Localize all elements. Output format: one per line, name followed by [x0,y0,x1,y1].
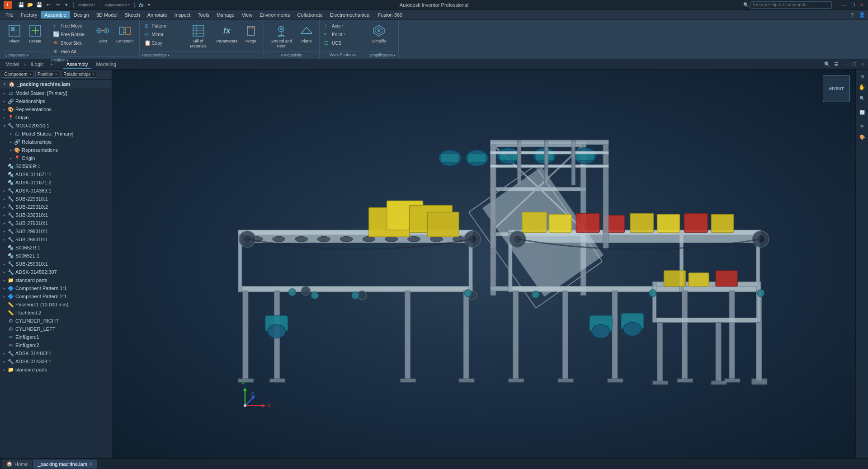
ucs-btn[interactable]: ⊡ UCS [322,39,363,47]
appearance-dropdown[interactable]: Appearance ▾ [103,1,132,9]
appearance-view-btn[interactable]: 🎨 [857,132,867,142]
tree-item[interactable]: 📏 Passend:1 (10.000 mm) [0,300,112,309]
bom-btn[interactable]: Bill of Materials [184,22,213,51]
mirror-btn[interactable]: ⇔ Mirror [142,30,183,38]
tree-toggle[interactable]: ▸ [2,212,7,218]
tree-toggle[interactable]: ▸ [2,359,7,364]
zoom-btn[interactable]: 🔍 [857,93,867,103]
tree-item[interactable]: ▸ 🗂 Model States: [Primary] [0,130,112,138]
tree-toggle[interactable]: ▸ [2,115,7,120]
tree-toggle[interactable]: ▸ [2,90,7,96]
tree-item[interactable]: 🔩 S00652R:1 [0,244,112,252]
model-tab[interactable]: Model [2,61,23,69]
home-tab[interactable]: 🏠 Home [2,460,32,469]
open-btn[interactable]: 📂 [26,1,34,9]
purge-btn[interactable]: Purge [241,22,261,51]
joint-btn[interactable]: Joint [93,22,113,51]
tree-item[interactable]: ▸ 🎨 Representations [0,105,112,113]
tree-item[interactable]: ▸ 🔧 ADSK-014389:1 [0,187,112,195]
modeling-subtab[interactable]: Modeling [92,61,120,69]
tree-toggle[interactable] [2,253,7,258]
tree-toggle[interactable]: ▸ [2,237,7,242]
simplification-dropdown[interactable]: Simplification [369,52,396,57]
tree-item[interactable]: ▸ 🔧 SUB-259310:1 [0,260,112,268]
account-btn[interactable]: 👤 [858,11,866,19]
tree-toggle[interactable]: ▸ [2,269,7,275]
point-btn[interactable]: • Point ▾ [322,30,363,38]
tree-toggle[interactable] [2,180,7,185]
tree-item[interactable]: ▸ 📍 Origin [0,113,112,122]
tree-item[interactable]: ▸ 🎨 Representations [0,146,112,154]
tree-toggle[interactable]: ▸ [8,147,14,153]
tree-item[interactable]: ▸ 🔧 SUB-279310:1 [0,219,112,227]
show-sick-btn[interactable]: 👁 Show Sick [51,39,92,47]
tree-item[interactable]: ▸ 🔧 ADSK-014502:307 [0,268,112,276]
sidebar-search-btn[interactable]: 🔍 [823,61,831,69]
tree-toggle[interactable] [2,172,7,177]
sidebar-collapse-btn[interactable]: — [841,62,849,67]
tree-toggle[interactable] [2,302,7,307]
tree-item[interactable]: ▸ 🔷 Component Pattern 2:1 [0,292,112,300]
tree-item[interactable]: ▸ 🔧 SUB-239310:1 [0,211,112,219]
menu-manage[interactable]: Manage [213,11,238,19]
menu-3dmodel[interactable]: 3D Model [93,11,121,19]
menu-factory[interactable]: Factory [17,11,41,19]
parameters-btn[interactable]: fx Parameters [214,22,241,51]
tree-toggle[interactable]: ▸ [2,294,7,299]
zoom-fit-btn[interactable]: ⊞ [857,71,867,81]
tree-item[interactable]: ▸ 🔗 Relationships [0,97,112,105]
menu-collaborate[interactable]: Collaborate [294,11,326,19]
tree-toggle[interactable]: ▸ [2,98,7,104]
document-tab[interactable]: _packing machine.iam ✕ [33,460,97,469]
qa-extra[interactable]: ▾ [62,1,71,9]
tree-item[interactable]: ▸ 🔷 Component Pattern 1:1 [0,284,112,292]
tree-toggle[interactable]: ▼ [2,123,7,128]
plane-btn[interactable]: Plane [297,22,316,51]
tree-toggle[interactable]: ▸ [8,131,14,136]
tree-item[interactable]: 📏 Fluchtend:2 [0,309,112,317]
minimize-btn[interactable]: — [841,2,846,8]
orbit-btn[interactable]: 🔄 [857,107,867,117]
position-selector[interactable]: Position [35,71,60,78]
tree-item[interactable]: ⚙ CYLINDER_RIGHT [0,317,112,325]
tree-item[interactable]: 🔩 S00652L:1 [0,252,112,260]
menu-sketch[interactable]: Sketch [121,11,144,19]
undo-btn[interactable]: ↩ [44,1,52,9]
close-btn[interactable]: ✕ [859,2,864,8]
tree-toggle[interactable]: ▸ [8,139,14,145]
model-tab-close[interactable]: ✕ [24,62,27,67]
component-selector[interactable]: Component [2,71,33,78]
free-rotate-btn[interactable]: 🔄 Free Rotate [51,30,92,38]
tree-item[interactable]: ▸ 🔧 ADSK-014168:1 [0,349,112,357]
tree-item[interactable]: ✏ Einfügen:2 [0,341,112,349]
tree-item[interactable]: ▸ 🔗 Relationships [0,138,112,146]
tree-item[interactable]: 🔩 ADSK-011671:2 [0,178,112,187]
tree-toggle[interactable]: ▸ [2,196,7,202]
extra-btn[interactable]: ▾ [146,1,152,9]
menu-view[interactable]: View [238,11,256,19]
redo-btn[interactable]: ↪ [53,1,61,9]
hide-all-btn[interactable]: 👁 Hide All [51,47,92,56]
menu-electromechanical[interactable]: Electromechanical [326,11,374,19]
tree-toggle[interactable]: ▸ [2,367,7,372]
tree-toggle[interactable] [2,310,7,315]
material-dropdown[interactable]: Material ▾ [76,1,97,9]
document-tab-close[interactable]: ✕ [89,462,93,466]
tree-root-item[interactable]: ▼ 🏠 _packing machine.iam [0,80,112,89]
tree-toggle[interactable]: ▸ [2,277,7,283]
tree-item[interactable]: ▸ 📁 standard parts [0,276,112,284]
tree-item[interactable]: 🔩 ADSK-011671:1 [0,170,112,178]
ground-root-btn[interactable]: Ground and Root [267,22,296,51]
view-cube[interactable]: iNVENT [823,75,850,102]
component-dropdown[interactable]: Component [5,52,45,57]
create-btn[interactable]: Create [25,22,45,51]
tree-toggle[interactable]: ▸ [2,261,7,267]
tree-toggle[interactable] [2,164,7,169]
tree-toggle[interactable] [2,245,7,250]
tree-item[interactable]: 🔩 S00586R:1 [0,162,112,170]
relationships-selector[interactable]: Relationships [61,71,96,78]
simplify-btn[interactable]: Simplify [369,22,389,51]
menu-fusion360[interactable]: Fusion 360 [374,11,406,19]
place-btn[interactable]: Place [5,22,24,51]
tree-toggle[interactable]: ▸ [8,155,14,161]
